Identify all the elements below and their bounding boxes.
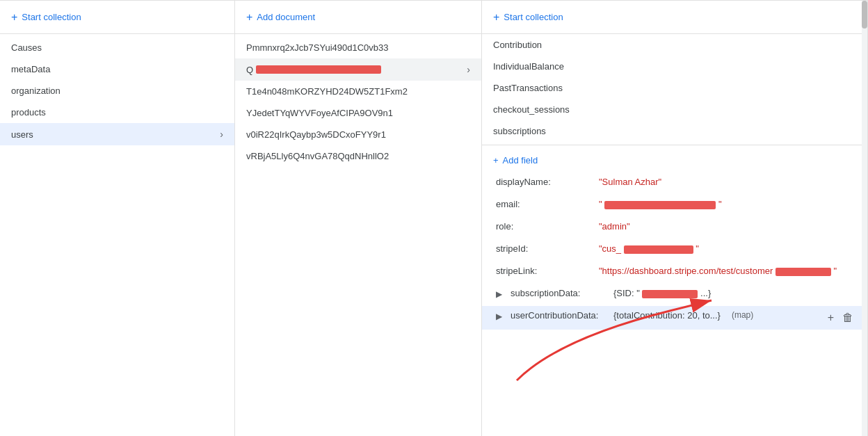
field-value-stripelink: "https://dashboard.stripe.com/test/custo… [599, 266, 837, 276]
field-label-role: role: [496, 221, 593, 232]
documents-header: + Add document [235, 1, 481, 34]
field-role: role: "admin" [482, 217, 867, 239]
chevron-right-icon: › [220, 129, 223, 140]
doc-item-5[interactable]: v0iR22qIrkQaybp3w5DCxoFYY9r1 [235, 124, 481, 145]
field-value-displayname: "Sulman Azhar" [599, 177, 661, 187]
scrollbar[interactable] [862, 1, 867, 436]
documents-list: Pmmnxrq2xJcb7SYui490d1C0vb33 Q › T1e4n04… [235, 34, 481, 436]
map-badge: (map) [732, 310, 753, 320]
field-label-displayname: displayName: [496, 177, 593, 187]
plus-icon: + [11, 11, 17, 24]
start-collection-label: Start collection [22, 12, 81, 22]
subcollection-subscriptions[interactable]: subscriptions [482, 120, 867, 142]
field-value-stripeid: "cus_ " [599, 243, 699, 254]
subscriptiondata-redacted [642, 290, 698, 298]
doc-chevron-icon: › [467, 64, 470, 75]
field-email: email: " " [482, 195, 867, 217]
field-label-stripeid: stripeId: [496, 243, 593, 254]
collections-header: + Start collection [0, 1, 234, 34]
field-actions-usercontribution: + 🗑 [819, 310, 856, 325]
email-redacted [604, 201, 716, 209]
field-label-subscriptiondata: subscriptionData: [511, 288, 608, 298]
field-stripelink: stripeLink: "https://dashboard.stripe.co… [482, 261, 867, 284]
start-collection-button[interactable]: + Start collection [11, 8, 81, 26]
field-value-email: " " [599, 199, 722, 209]
field-label-email: email: [496, 199, 593, 209]
expand-usercontributiondata-icon[interactable]: ▶ [496, 312, 502, 321]
start-collection-fields-label: Start collection [504, 12, 563, 22]
scroll-thumb[interactable] [862, 1, 867, 29]
field-usercontributiondata[interactable]: ▶ userContributionData: {totalContributi… [482, 306, 867, 330]
doc-item-1[interactable]: Pmmnxrq2xJcb7SYui490d1C0vb33 [235, 37, 481, 58]
expand-subscriptiondata-icon[interactable]: ▶ [496, 289, 502, 299]
field-subscriptiondata[interactable]: ▶ subscriptionData: {SID: " ...} [482, 284, 867, 306]
plus-icon-fields: + [493, 11, 499, 24]
field-value-subscriptiondata: {SID: " ...} [613, 288, 711, 298]
documents-panel: + Add document Pmmnxrq2xJcb7SYui490d1C0v… [235, 1, 482, 436]
delete-field-action-button[interactable]: 🗑 [839, 310, 856, 325]
field-label-usercontributiondata: userContributionData: [511, 310, 608, 321]
plus-icon-docs: + [246, 11, 252, 24]
subcollection-individualbalance[interactable]: IndividualBalance [482, 56, 867, 77]
add-field-button[interactable]: + Add field [482, 148, 549, 172]
collection-item-organization[interactable]: organization [0, 80, 234, 102]
doc-item-3[interactable]: T1e4n048mKORZYHD24DW5ZT1Fxm2 [235, 81, 481, 102]
doc-item-4[interactable]: YJedetTYqWYVFoyeAfCIPA9OV9n1 [235, 102, 481, 124]
collection-item-products[interactable]: products [0, 102, 234, 123]
doc-item-6[interactable]: vRBjA5Lly6Q4nvGA78QqdNHnllO2 [235, 145, 481, 167]
redacted-doc-id [256, 65, 381, 74]
collections-panel: + Start collection Causes metaData organ… [0, 1, 235, 436]
add-field-action-button[interactable]: + [825, 310, 837, 325]
collections-list: Causes metaData organization products us… [0, 34, 234, 436]
field-label-stripelink: stripeLink: [496, 266, 593, 276]
add-document-label: Add document [257, 12, 315, 22]
subcollection-checkout-sessions[interactable]: checkout_sessions [482, 99, 867, 120]
fields-panel: + Start collection Contribution Individu… [482, 1, 868, 436]
add-document-button[interactable]: + Add document [246, 8, 315, 26]
plus-icon-add-field: + [493, 155, 499, 165]
start-collection-fields-button[interactable]: + Start collection [493, 8, 563, 26]
subcollection-pasttransactions[interactable]: PastTransactions [482, 77, 867, 99]
field-value-role: "admin" [599, 221, 630, 232]
stripelink-redacted [775, 268, 831, 276]
field-stripeid: stripeId: "cus_ " [482, 239, 867, 261]
field-value-usercontributiondata: {totalContribution: 20, to...} [613, 310, 721, 321]
fields-header: + Start collection [482, 1, 867, 34]
doc-item-2[interactable]: Q › [235, 58, 481, 81]
stripeid-redacted [624, 245, 693, 254]
main-container: + Start collection Causes metaData organ… [0, 0, 868, 436]
collection-item-metadata[interactable]: metaData [0, 58, 234, 80]
subcollection-contribution[interactable]: Contribution [482, 34, 867, 56]
divider [482, 145, 867, 145]
fields-content: Contribution IndividualBalance PastTrans… [482, 34, 867, 436]
collection-item-causes[interactable]: Causes [0, 37, 234, 58]
collection-item-users[interactable]: users › [0, 123, 234, 145]
field-displayname: displayName: "Sulman Azhar" [482, 172, 867, 195]
